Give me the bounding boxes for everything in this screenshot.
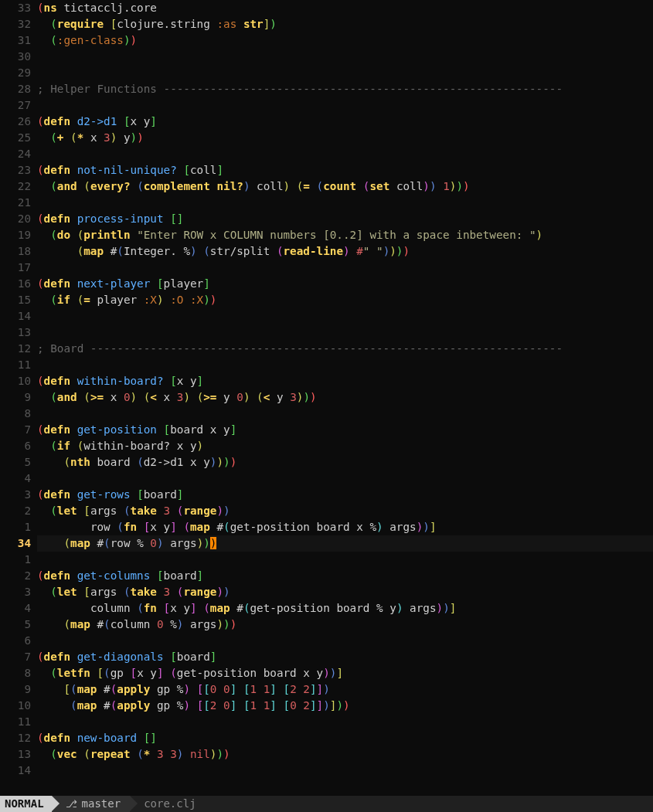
code-line[interactable]: (defn d2->d1 [x y] (37, 114, 653, 130)
code-line[interactable] (37, 65, 653, 81)
code-line[interactable] (37, 146, 653, 162)
vim-mode-indicator: NORMAL (0, 796, 52, 812)
line-number: 10 (0, 698, 31, 714)
code-line[interactable]: (defn within-board? [x y] (37, 373, 653, 389)
code-line[interactable]: (if (= player :X) :O :X)) (37, 292, 653, 308)
line-number: 24 (0, 146, 31, 162)
code-line[interactable]: (defn get-rows [board] (37, 487, 653, 503)
mode-label: NORMAL (5, 796, 44, 812)
code-line[interactable]: (let [args (take 3 (range)) (37, 503, 653, 519)
line-number: 13 (0, 746, 31, 763)
line-number-gutter: 3332313029282726252423222120191817161514… (0, 0, 37, 796)
editor-pane[interactable]: 3332313029282726252423222120191817161514… (0, 0, 653, 796)
code-line[interactable]: (map #(Integer. %) (str/split (read-line… (37, 243, 653, 260)
line-number: 28 (0, 81, 31, 97)
line-number: 7 (0, 422, 31, 438)
line-number: 2 (0, 503, 31, 519)
line-number: 3 (0, 487, 31, 503)
line-number: 33 (0, 0, 31, 16)
code-line[interactable]: row (fn [x y] (map #(get-position board … (37, 519, 653, 535)
code-line[interactable] (37, 357, 653, 373)
line-number: 30 (0, 49, 31, 65)
code-line[interactable]: (vec (repeat (* 3 3) nil))) (37, 746, 653, 763)
line-number: 7 (0, 649, 31, 665)
code-line[interactable] (37, 763, 653, 779)
line-number: 22 (0, 178, 31, 195)
line-number: 20 (0, 211, 31, 227)
code-line[interactable]: (defn get-position [board x y] (37, 422, 653, 438)
line-number: 3 (0, 584, 31, 600)
line-number: 9 (0, 389, 31, 406)
code-line[interactable]: (let [args (take 3 (range)) (37, 584, 653, 600)
code-line[interactable]: ; Helper Functions ---------------------… (37, 81, 653, 97)
code-line[interactable]: (+ (* x 3) y)) (37, 130, 653, 146)
code-line[interactable] (37, 260, 653, 276)
line-number: 15 (0, 292, 31, 308)
line-number: 21 (0, 195, 31, 211)
code-line[interactable] (37, 471, 653, 487)
code-line[interactable]: (defn not-nil-unique? [coll] (37, 162, 653, 178)
code-line[interactable]: (:gen-class)) (37, 32, 653, 49)
line-number: 8 (0, 406, 31, 422)
line-number: 11 (0, 357, 31, 373)
code-area[interactable]: (ns tictacclj.core (require [clojure.str… (37, 0, 653, 796)
code-line[interactable]: [(map #(apply gp %) [[0 0] [1 1] [2 2]]) (37, 681, 653, 698)
code-line[interactable] (37, 633, 653, 649)
line-number: 14 (0, 763, 31, 779)
line-number: 25 (0, 130, 31, 146)
line-number: 4 (0, 600, 31, 617)
code-line[interactable] (37, 308, 653, 324)
code-line[interactable] (37, 195, 653, 211)
code-line[interactable]: (defn get-diagonals [board] (37, 649, 653, 665)
code-line[interactable]: (map #(column 0 %) args))) (37, 617, 653, 633)
code-line[interactable] (37, 324, 653, 341)
code-line[interactable]: (do (println "Enter ROW x COLUMN numbers… (37, 227, 653, 243)
filename-segment: core.clj (130, 796, 196, 812)
line-number: 9 (0, 681, 31, 698)
code-line[interactable]: (if (within-board? x y) (37, 438, 653, 454)
line-number: 16 (0, 276, 31, 292)
git-branch-segment: ⎇ master (52, 796, 131, 812)
code-line[interactable]: (map #(apply gp %) [[2 0] [1 1] [0 2]])]… (37, 698, 653, 714)
code-line[interactable]: (nth board (d2->d1 x y)))) (37, 454, 653, 471)
status-bar: NORMAL ⎇ master core.clj (0, 796, 653, 812)
code-line[interactable] (37, 49, 653, 65)
line-number: 12 (0, 730, 31, 746)
line-number: 34 (0, 535, 31, 552)
code-line[interactable] (37, 714, 653, 730)
line-number: 27 (0, 97, 31, 114)
code-line[interactable]: (defn new-board [] (37, 730, 653, 746)
line-number: 31 (0, 32, 31, 49)
code-line[interactable]: (defn next-player [player] (37, 276, 653, 292)
code-line[interactable]: (require [clojure.string :as str]) (37, 16, 653, 32)
line-number: 6 (0, 438, 31, 454)
line-number: 26 (0, 114, 31, 130)
code-line[interactable]: (defn get-columns [board] (37, 568, 653, 584)
code-line[interactable]: column (fn [x y] (map #(get-position boa… (37, 600, 653, 617)
line-number: 10 (0, 373, 31, 389)
code-line[interactable]: (map #(row % 0) args))) (37, 535, 653, 552)
line-number: 13 (0, 324, 31, 341)
code-line[interactable]: (letfn [(gp [x y] (get-position board x … (37, 665, 653, 681)
code-line[interactable]: ; Board --------------------------------… (37, 341, 653, 357)
code-line[interactable]: (and (every? (complement nil?) coll) (= … (37, 178, 653, 195)
line-number: 19 (0, 227, 31, 243)
line-number: 1 (0, 552, 31, 568)
line-number: 14 (0, 308, 31, 324)
code-line[interactable]: (and (>= x 0) (< x 3) (>= y 0) (< y 3))) (37, 389, 653, 406)
line-number: 23 (0, 162, 31, 178)
code-line[interactable] (37, 552, 653, 568)
line-number: 29 (0, 65, 31, 81)
line-number: 12 (0, 341, 31, 357)
code-line[interactable] (37, 406, 653, 422)
line-number: 8 (0, 665, 31, 681)
line-number: 4 (0, 471, 31, 487)
line-number: 17 (0, 260, 31, 276)
filename-label: core.clj (144, 797, 196, 810)
code-line[interactable] (37, 97, 653, 114)
line-number: 2 (0, 568, 31, 584)
line-number: 18 (0, 243, 31, 260)
code-line[interactable]: (ns tictacclj.core (37, 0, 653, 16)
code-line[interactable]: (defn process-input [] (37, 211, 653, 227)
line-number: 5 (0, 617, 31, 633)
